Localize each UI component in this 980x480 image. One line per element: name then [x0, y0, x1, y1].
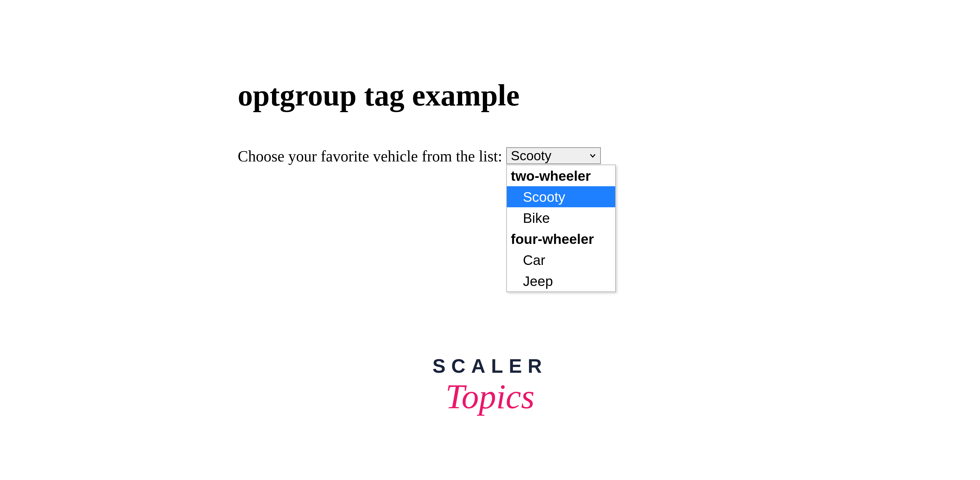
option-scooty[interactable]: Scooty	[507, 186, 615, 207]
vehicle-select[interactable]: Scooty	[506, 147, 601, 164]
option-jeep[interactable]: Jeep	[507, 270, 615, 292]
vehicle-select-value: Scooty	[511, 148, 552, 163]
option-car[interactable]: Car	[507, 249, 615, 270]
scaler-topics-logo: SCALER Topics	[433, 355, 548, 410]
optgroup-label-four-wheeler: four-wheeler	[507, 228, 615, 249]
option-bike[interactable]: Bike	[507, 207, 615, 228]
vehicle-dropdown: two-wheeler Scooty Bike four-wheeler Car…	[506, 164, 616, 292]
page-title: optgroup tag example	[238, 78, 601, 113]
form-row: Choose your favorite vehicle from the li…	[238, 147, 601, 165]
page-content: optgroup tag example Choose your favorit…	[238, 78, 601, 165]
chevron-down-icon	[589, 151, 597, 160]
logo-topics-text: Topics	[433, 383, 548, 410]
vehicle-label: Choose your favorite vehicle from the li…	[238, 147, 502, 165]
vehicle-select-wrapper: Scooty two-wheeler Scooty Bike four-whee…	[506, 147, 601, 164]
optgroup-label-two-wheeler: two-wheeler	[507, 165, 615, 186]
logo-scaler-text: SCALER	[433, 355, 548, 377]
